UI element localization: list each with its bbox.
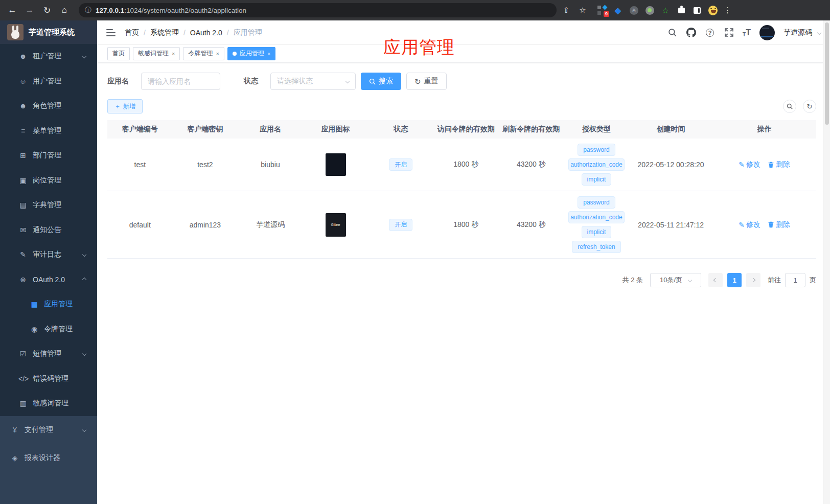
sidebar-item-notice[interactable]: ✉通知公告 bbox=[0, 218, 97, 243]
add-button[interactable]: ＋ 新增 bbox=[107, 99, 143, 113]
sidebar-item-label: 通知公告 bbox=[33, 225, 61, 235]
chevron-down-icon bbox=[82, 352, 86, 356]
sidebar-item-oauth[interactable]: ⊛OAuth 2.0 bbox=[0, 267, 97, 292]
sidebar-item-pay[interactable]: ¥支付管理 bbox=[0, 416, 97, 444]
cell-client-id: test bbox=[107, 161, 173, 169]
close-tab-icon[interactable]: × bbox=[172, 51, 175, 57]
refresh-validity-value: 43200 秒 bbox=[517, 220, 546, 230]
sidebar-item-menu[interactable]: ≡菜单管理 bbox=[0, 119, 97, 144]
fullscreen-icon[interactable] bbox=[724, 28, 734, 38]
profile-avatar-icon[interactable] bbox=[708, 6, 718, 15]
address-bar[interactable]: ⓘ 127.0.0.1:1024/system/oauth2/oauth2/ap… bbox=[79, 3, 557, 17]
chevron-down-icon bbox=[82, 428, 86, 432]
status-select[interactable]: 请选择状态 bbox=[270, 73, 356, 90]
extension-dark-circle-icon[interactable]: ✳ bbox=[629, 6, 638, 15]
refresh-validity-value: 43200 秒 bbox=[517, 160, 546, 169]
toggle-search-circle-button[interactable] bbox=[783, 100, 796, 113]
extension-grid-icon[interactable]: 9 bbox=[597, 6, 607, 15]
cell-app-name: biubiu bbox=[238, 161, 303, 169]
user-menu-caret-icon[interactable] bbox=[817, 30, 821, 34]
bookmark-star-icon[interactable]: ☆ bbox=[576, 4, 589, 17]
page-scrollbar[interactable] bbox=[823, 20, 830, 504]
sidebar-item-audit[interactable]: ✎审计日志 bbox=[0, 242, 97, 267]
column-header: 状态 bbox=[368, 125, 433, 134]
sidebar-item-oauth-token[interactable]: ◉令牌管理 bbox=[0, 317, 97, 342]
edit-button[interactable]: ✎修改 bbox=[739, 160, 760, 169]
sidebar-item-sms[interactable]: ☑短信管理 bbox=[0, 341, 97, 366]
breadcrumb-system[interactable]: 系统管理 bbox=[150, 28, 179, 37]
goto-page-input[interactable] bbox=[785, 273, 805, 287]
home-icon[interactable]: ⌂ bbox=[57, 3, 72, 17]
sidebar-item-sensitive[interactable]: ▥敏感词管理 bbox=[0, 391, 97, 416]
extension-green-star-icon[interactable]: ☆ bbox=[661, 6, 670, 15]
extension-record-circle-icon[interactable] bbox=[645, 6, 654, 15]
close-tab-icon[interactable]: × bbox=[216, 51, 219, 57]
browser-menu-icon[interactable]: ⋮ bbox=[724, 6, 732, 15]
sidebar-item-tenant[interactable]: ☻租户管理 bbox=[0, 44, 97, 69]
sidebar-item-oauth-application[interactable]: ▦应用管理 bbox=[0, 292, 97, 317]
trash-icon bbox=[768, 221, 774, 228]
sidebar-item-role[interactable]: ☻角色管理 bbox=[0, 94, 97, 119]
reload-icon[interactable]: ↻ bbox=[40, 3, 54, 17]
column-header: 访问令牌的有效期 bbox=[433, 125, 499, 134]
client-id-value: default bbox=[129, 221, 151, 229]
site-info-icon[interactable]: ⓘ bbox=[85, 6, 91, 15]
extension-gem-icon[interactable]: ◆ bbox=[613, 6, 622, 15]
applications-table: 客户端编号客户端密钥应用名应用图标状态访问令牌的有效期刷新令牌的有效期授权类型创… bbox=[107, 120, 816, 259]
edit-button[interactable]: ✎修改 bbox=[739, 220, 760, 230]
sidebar-item-post[interactable]: ▣岗位管理 bbox=[0, 168, 97, 193]
username[interactable]: 芋道源码 bbox=[783, 28, 812, 37]
sidebar-item-dept[interactable]: ⊞部门管理 bbox=[0, 143, 97, 168]
sidebar-item-report[interactable]: ◈报表设计器 bbox=[0, 444, 97, 472]
close-tab-icon[interactable]: × bbox=[267, 51, 270, 57]
sidebar-item-dict[interactable]: ▤字典管理 bbox=[0, 193, 97, 218]
sidebar-item-label: 岗位管理 bbox=[33, 176, 61, 185]
breadcrumb-oauth[interactable]: OAuth 2.0 bbox=[190, 29, 222, 37]
cell-secret: test2 bbox=[173, 161, 238, 169]
log-pen-icon: ✎ bbox=[18, 250, 28, 259]
tree-menu-icon: ≡ bbox=[18, 127, 28, 135]
app-logo-bar[interactable]: 芋道管理系统 bbox=[0, 20, 97, 44]
goto-label: 前往 bbox=[768, 276, 781, 285]
sidebar-item-label: 菜单管理 bbox=[33, 126, 61, 135]
share-icon[interactable]: ⇧ bbox=[560, 4, 573, 17]
pagination: 共 2 条 10条/页 1 前往 页 bbox=[107, 273, 816, 287]
tab-敏感词管理[interactable]: 敏感词管理× bbox=[133, 47, 180, 60]
delete-button[interactable]: 删除 bbox=[768, 220, 790, 230]
grant-type-tag: password bbox=[578, 144, 615, 156]
app-icon-gitee: Gitee bbox=[326, 213, 346, 237]
prev-page-button[interactable] bbox=[708, 273, 723, 287]
github-icon[interactable] bbox=[686, 28, 696, 38]
sidebar-item-errcode[interactable]: </>错误码管理 bbox=[0, 366, 97, 392]
forward-icon[interactable]: → bbox=[22, 3, 37, 17]
reset-button[interactable]: ↻ 重置 bbox=[406, 73, 447, 90]
collapse-sidebar-icon[interactable] bbox=[106, 29, 116, 36]
search-icon[interactable] bbox=[667, 28, 677, 38]
sidebar-item-user[interactable]: ☺用户管理 bbox=[0, 69, 97, 94]
help-icon[interactable]: ? bbox=[705, 28, 715, 38]
search-button[interactable]: 搜索 bbox=[361, 73, 401, 90]
refresh-circle-button[interactable]: ↻ bbox=[803, 100, 816, 113]
delete-button[interactable]: 删除 bbox=[768, 160, 790, 169]
side-panel-icon[interactable] bbox=[693, 6, 702, 15]
breadcrumb: 首页 / 系统管理 / OAuth 2.0 / 应用管理 bbox=[125, 28, 262, 37]
extensions-puzzle-icon[interactable] bbox=[677, 6, 686, 15]
tab-令牌管理[interactable]: 令牌管理× bbox=[183, 47, 224, 60]
emoji-avatar-icon bbox=[708, 6, 718, 15]
back-icon[interactable]: ← bbox=[5, 3, 19, 17]
tab-应用管理[interactable]: 应用管理× bbox=[227, 47, 275, 60]
font-size-icon[interactable]: TT bbox=[743, 28, 751, 37]
user-avatar[interactable] bbox=[759, 25, 775, 40]
page-size-select[interactable]: 10条/页 bbox=[650, 273, 701, 287]
briefcase-icon: ▦ bbox=[30, 300, 39, 308]
current-page[interactable]: 1 bbox=[727, 273, 742, 287]
dictionary-icon: ▤ bbox=[18, 201, 28, 209]
secret-value: test2 bbox=[197, 161, 213, 169]
tab-首页[interactable]: 首页 bbox=[107, 47, 130, 60]
breadcrumb-home[interactable]: 首页 bbox=[125, 28, 139, 37]
app-name-input[interactable] bbox=[141, 73, 220, 90]
asterisk-circle-icon: ✳ bbox=[630, 6, 638, 15]
cell-secret: admin123 bbox=[173, 221, 238, 229]
next-page-button[interactable] bbox=[746, 273, 760, 287]
scrollbar-thumb[interactable] bbox=[825, 22, 829, 125]
